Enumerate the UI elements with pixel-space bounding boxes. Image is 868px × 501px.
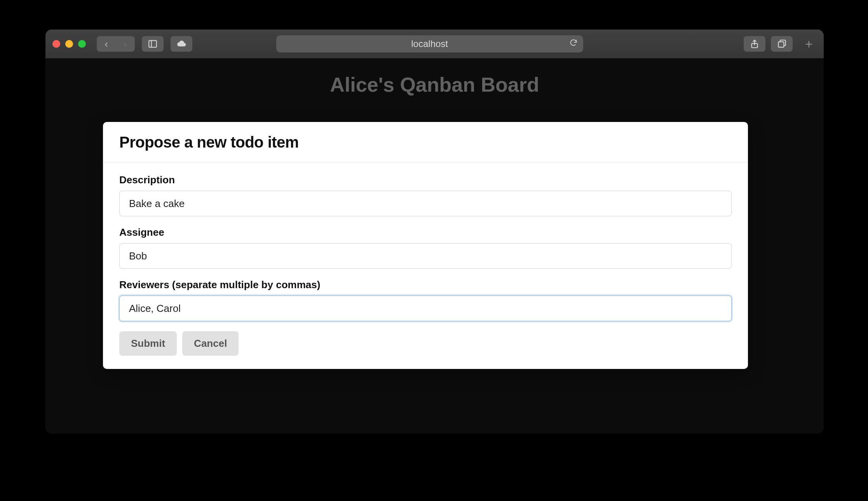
- reload-button[interactable]: [569, 38, 578, 49]
- reviewers-label: Reviewers (separate multiple by commas): [119, 279, 732, 291]
- browser-titlebar: ‹ › localhost: [45, 30, 824, 58]
- modal-buttons: Submit Cancel: [119, 331, 732, 356]
- description-label: Description: [119, 174, 732, 186]
- assignee-input[interactable]: [119, 243, 732, 269]
- forward-button[interactable]: ›: [116, 36, 135, 52]
- tabs-button[interactable]: [771, 36, 793, 52]
- assignee-label: Assignee: [119, 226, 732, 238]
- window-minimize-icon[interactable]: [65, 40, 73, 48]
- cancel-button[interactable]: Cancel: [182, 331, 239, 356]
- share-icon: [749, 39, 760, 49]
- url-text: localhost: [411, 38, 448, 49]
- cloud-button[interactable]: [171, 36, 192, 52]
- new-tab-button[interactable]: +: [801, 37, 817, 52]
- url-bar[interactable]: localhost: [276, 35, 583, 52]
- reload-icon: [569, 38, 578, 47]
- submit-button[interactable]: Submit: [119, 331, 177, 356]
- traffic-lights: [52, 40, 86, 48]
- back-button[interactable]: ‹: [97, 36, 116, 52]
- browser-window: ‹ › localhost: [45, 30, 824, 433]
- nav-buttons: ‹ ›: [97, 36, 135, 52]
- modal-title: Propose a new todo item: [119, 134, 732, 151]
- assignee-field: Assignee: [119, 226, 732, 269]
- titlebar-right: +: [744, 36, 817, 52]
- new-todo-modal: Propose a new todo item Description Assi…: [103, 122, 748, 369]
- chevron-right-icon: ›: [124, 38, 127, 50]
- modal-body: Description Assignee Reviewers (separate…: [103, 162, 748, 369]
- page-content: Alice's Qanban Board Propose a new todo …: [45, 58, 824, 433]
- description-input[interactable]: [119, 191, 732, 216]
- svg-rect-0: [149, 40, 157, 47]
- share-button[interactable]: [744, 36, 765, 52]
- sidebar-icon: [148, 39, 158, 49]
- reviewers-field: Reviewers (separate multiple by commas): [119, 279, 732, 321]
- window-close-icon[interactable]: [52, 40, 60, 48]
- description-field: Description: [119, 174, 732, 216]
- cloud-icon: [176, 39, 186, 49]
- tabs-icon: [777, 39, 787, 49]
- chevron-left-icon: ‹: [105, 38, 108, 50]
- plus-icon: +: [805, 37, 813, 52]
- reviewers-input[interactable]: [119, 296, 732, 321]
- svg-rect-3: [778, 42, 784, 47]
- sidebar-toggle-button[interactable]: [142, 36, 164, 52]
- window-zoom-icon[interactable]: [78, 40, 86, 48]
- modal-header: Propose a new todo item: [103, 122, 748, 162]
